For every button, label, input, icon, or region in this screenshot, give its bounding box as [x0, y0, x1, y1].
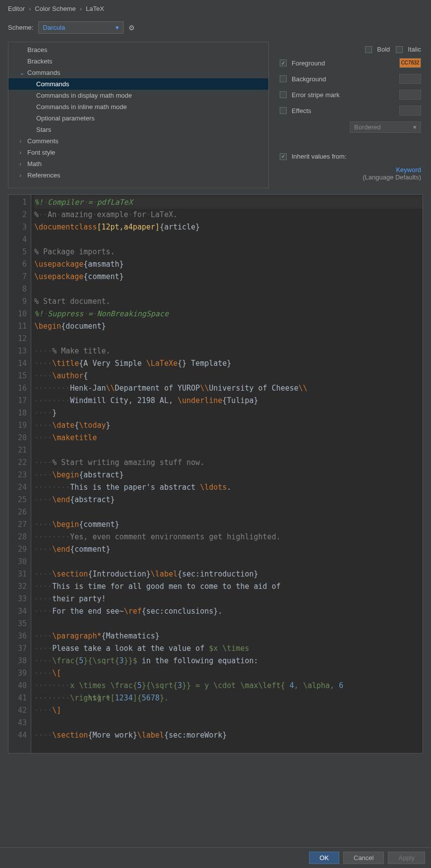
- tree-item-math[interactable]: Math: [8, 158, 268, 170]
- inherit-checkbox[interactable]: [280, 153, 287, 160]
- inherit-link[interactable]: Keyword: [280, 166, 421, 174]
- chevron-right-icon: ›: [80, 5, 82, 12]
- effects-label: Effects: [292, 107, 394, 115]
- error-stripe-label: Error stripe mark: [292, 91, 394, 99]
- background-label: Background: [292, 75, 394, 83]
- scheme-value: Darcula: [43, 24, 65, 31]
- gear-icon[interactable]: ⚙: [128, 24, 135, 32]
- background-checkbox[interactable]: [280, 75, 287, 82]
- tree-item-optional-params[interactable]: Optional parameters: [8, 113, 268, 124]
- foreground-swatch[interactable]: CC7832: [399, 58, 421, 68]
- tree-item-references[interactable]: References: [8, 170, 268, 181]
- scheme-select[interactable]: Darcula ▾: [38, 21, 123, 34]
- tree-item-commands-display[interactable]: Commands in display math mode: [8, 90, 268, 101]
- chevron-down-icon: ▾: [413, 123, 417, 131]
- dialog-footer: OK Cancel Apply: [0, 847, 431, 868]
- foreground-label: Foreground: [292, 59, 394, 67]
- breadcrumb-item[interactable]: Editor: [8, 5, 25, 12]
- style-panel: Bold Italic Foreground CC7832 Background…: [269, 42, 423, 188]
- bold-checkbox[interactable]: [365, 46, 372, 53]
- effects-checkbox[interactable]: [280, 107, 287, 114]
- chevron-down-icon: ▾: [116, 24, 119, 31]
- settings-tree[interactable]: Braces Brackets Commands Commands Comman…: [8, 42, 269, 188]
- bold-label: Bold: [377, 46, 390, 53]
- scheme-row: Scheme: Darcula ▾ ⚙: [0, 17, 431, 42]
- ok-button[interactable]: OK: [309, 852, 339, 864]
- code-area[interactable]: %!·Compiler·=·pdfLaTeX%··An·amazing·exam…: [31, 195, 423, 753]
- inherit-sub: (Language Defaults): [280, 174, 421, 181]
- tree-item-font-style[interactable]: Font style: [8, 147, 268, 158]
- breadcrumb-item: LaTeX: [86, 5, 104, 12]
- tree-item-brackets[interactable]: Brackets: [8, 56, 268, 67]
- foreground-checkbox[interactable]: [280, 59, 287, 66]
- scheme-label: Scheme:: [8, 24, 33, 31]
- breadcrumb: Editor › Color Scheme › LaTeX: [0, 0, 431, 17]
- background-swatch[interactable]: [399, 74, 421, 84]
- italic-checkbox[interactable]: [396, 46, 403, 53]
- chevron-right-icon: ›: [29, 5, 31, 12]
- effects-type-select[interactable]: Bordered ▾: [350, 121, 421, 133]
- code-preview[interactable]: 1234567891011121314151617181920212223242…: [8, 194, 423, 753]
- breadcrumb-item[interactable]: Color Scheme: [35, 5, 75, 12]
- tree-item-stars[interactable]: Stars: [8, 124, 268, 135]
- tree-item-commands[interactable]: Commands: [8, 67, 268, 78]
- tree-item-commands-inline[interactable]: Commands in inline math mode: [8, 101, 268, 113]
- gutter: 1234567891011121314151617181920212223242…: [8, 195, 31, 753]
- error-stripe-checkbox[interactable]: [280, 91, 287, 98]
- tree-item-braces[interactable]: Braces: [8, 44, 268, 56]
- effects-swatch[interactable]: [399, 106, 421, 116]
- inherit-label: Inherit values from:: [292, 153, 421, 160]
- tree-item-commands-commands[interactable]: Commands: [8, 78, 268, 90]
- apply-button[interactable]: Apply: [388, 852, 425, 864]
- error-stripe-swatch[interactable]: [399, 90, 421, 100]
- cancel-button[interactable]: Cancel: [343, 852, 384, 864]
- tree-item-comments[interactable]: Comments: [8, 135, 268, 147]
- italic-label: Italic: [408, 46, 421, 53]
